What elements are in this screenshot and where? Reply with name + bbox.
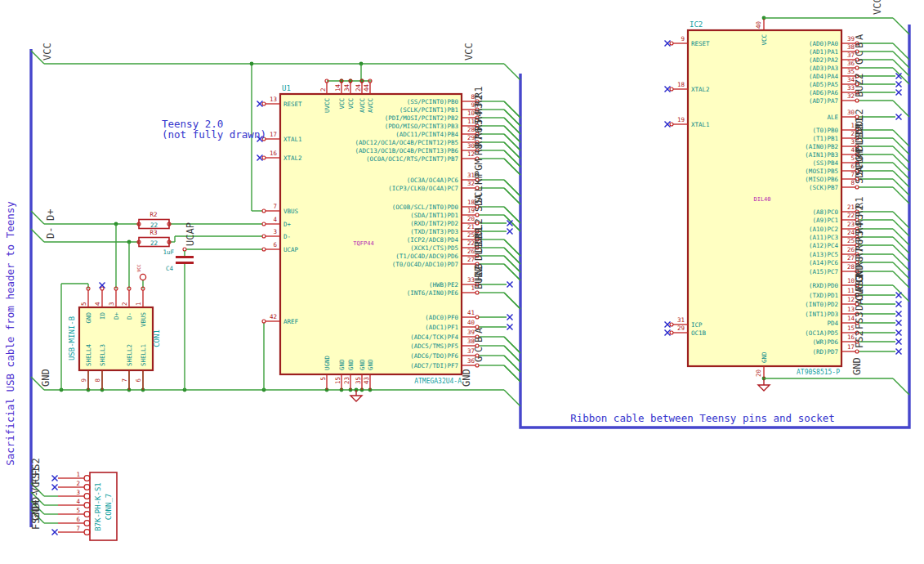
pin-name: (ADC1)PF1 <box>425 324 458 331</box>
pin-number: 7 <box>273 203 277 210</box>
pin-name: SHELL2 <box>126 344 133 366</box>
pin-name: XTAL2 <box>691 86 710 93</box>
net-label[interactable]: R8 <box>473 144 484 155</box>
bus-entry <box>893 179 909 195</box>
net-label[interactable]: B <box>854 43 865 48</box>
pin-name: (AD4)PA4 <box>809 73 839 80</box>
pin-number: 44 <box>363 83 370 92</box>
u1-reference: U1 <box>282 84 291 92</box>
net-label[interactable]: SDA <box>473 194 484 212</box>
net-label[interactable]: VCC <box>872 0 883 15</box>
pin-name: ICP <box>691 321 703 329</box>
net-label[interactable]: GND <box>40 369 51 387</box>
resistor-ref: R2 <box>150 211 157 218</box>
net-label[interactable]: VCC <box>42 43 53 60</box>
net-label[interactable]: FS3 <box>30 512 42 530</box>
net-label[interactable]: GND <box>461 369 472 387</box>
bus-entry <box>893 187 909 204</box>
pin-name: OC1B <box>691 329 707 337</box>
pin-name: GND <box>359 359 366 370</box>
net-label[interactable]: A <box>854 34 865 40</box>
net-label[interactable]: D- <box>45 227 56 239</box>
net-label[interactable]: FS3 <box>854 311 865 329</box>
header-connector: B7K-PH-K-S1CONN_71FS22FS13VCC4D-5D+6GND7… <box>30 458 117 540</box>
pin-name: (AD6)PA6 <box>809 89 839 96</box>
bus-entry <box>893 220 909 236</box>
net-label[interactable]: GND <box>851 357 863 375</box>
bus-entry <box>893 163 909 179</box>
pin-name: (AIN1)PB3 <box>805 151 838 159</box>
net-label[interactable]: G <box>854 59 865 65</box>
bus-entry <box>504 256 520 272</box>
bus-entry <box>504 142 520 159</box>
net-label[interactable]: D+ <box>45 209 56 221</box>
pin-name: XTAL1 <box>691 121 710 128</box>
bus-entry <box>893 18 909 34</box>
net-label[interactable]: UCAP <box>185 222 196 246</box>
schematic-canvas[interactable]: VCCR222R3221uFC4U1ATMEGA32U4-ATQFP4413RE… <box>0 0 924 564</box>
pin-number: 41 <box>467 309 475 316</box>
pin-name: (ADC4/TCK)PF4 <box>410 333 458 341</box>
net-label[interactable]: FS2 <box>854 330 865 348</box>
pin-name: (AIN0)PB2 <box>805 143 838 150</box>
pin-name: D+ <box>283 221 292 228</box>
net-label[interactable]: BUZZ <box>854 74 865 97</box>
bus-entry <box>893 378 909 395</box>
pin-name: ID <box>99 312 106 320</box>
pin-end <box>262 209 266 213</box>
net-label[interactable]: DL1 <box>473 243 484 261</box>
usb-connector: USB-MINI-BCON15GND4ID3D+2D-1VBUS9SHELL48… <box>68 283 161 391</box>
bus-entry <box>893 146 909 163</box>
pin-name: SHELL1 <box>140 344 147 366</box>
ribbon-note: Ribbon cable between Teensy pins and soc… <box>570 412 835 424</box>
net-label[interactable]: A <box>473 327 484 333</box>
pin-number: 9 <box>80 378 87 383</box>
pin-name: ALE <box>827 114 838 121</box>
pin-number: 4 <box>273 216 277 223</box>
pin-name: (RXD)PD0 <box>809 282 839 289</box>
pin-end <box>183 248 186 251</box>
capacitor-value: 1uF <box>163 248 174 256</box>
pin-name: (AD7)PA7 <box>809 97 838 105</box>
pin-number: 2 <box>76 480 80 487</box>
net-label[interactable]: KP <box>473 173 484 185</box>
net-label[interactable]: BUZZ <box>473 266 484 289</box>
pin-name: (HWB)PE2 <box>429 281 458 289</box>
net-label[interactable]: G <box>473 356 484 362</box>
pin-number: 4 <box>94 302 101 306</box>
bus-entry <box>504 264 520 280</box>
pin-name: GND <box>367 359 374 370</box>
pin-name: (ADC5/TMS)PF5 <box>410 342 458 350</box>
conn7-pad <box>84 476 90 481</box>
pin-number: 18 <box>677 81 685 88</box>
net-label[interactable]: VCC <box>463 43 475 60</box>
net-label[interactable]: B <box>473 337 484 342</box>
net-label[interactable]: DATA <box>854 286 865 311</box>
pin-name: AREF <box>283 318 299 325</box>
pin-name: (A14)PC6 <box>809 259 839 266</box>
pin-name: (SCK)PB7 <box>809 184 838 191</box>
pin-number: 6 <box>135 378 142 383</box>
pin-name: (TXD)PD1 <box>809 292 838 299</box>
pin-name: (ADC12/OC1A/OC4B/PCINT12)PB5 <box>355 139 458 146</box>
net-label[interactable]: SDA <box>854 166 865 184</box>
resistor-value: 22 <box>150 222 158 229</box>
pin-name: SHELL3 <box>99 344 106 366</box>
capacitor-ref: C4 <box>166 265 174 272</box>
bus-entry <box>504 365 520 382</box>
pin-number: 7 <box>121 378 128 383</box>
pin-end <box>670 87 673 91</box>
pin-number: 6 <box>273 241 277 248</box>
resistors: R222R3221uFC4 <box>137 211 174 272</box>
pin-end <box>262 102 266 105</box>
pin-name: D+ <box>113 312 120 320</box>
net-label[interactable]: C <box>473 347 484 352</box>
pin-name: D- <box>126 312 133 320</box>
pin-name: GND <box>338 359 346 370</box>
teensy-note: (not fully drawn) <box>162 128 266 141</box>
net-label[interactable]: C <box>854 51 865 56</box>
pin-end <box>100 287 104 290</box>
conn7-pad <box>84 521 90 526</box>
pin-name: (INT6/AIN0)PE6 <box>407 289 459 297</box>
schematic-sheet: VCCR222R3221uFC4U1ATMEGA32U4-ATQFP4413RE… <box>0 0 924 564</box>
